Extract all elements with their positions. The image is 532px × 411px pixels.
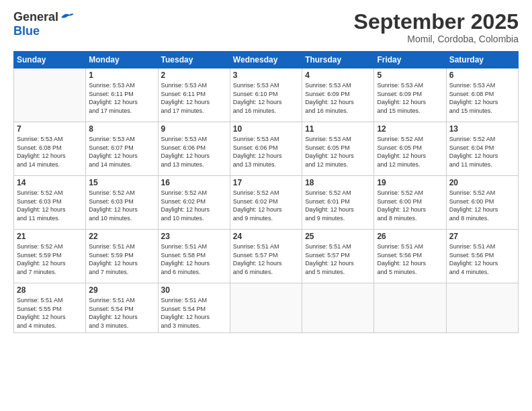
day-info: Sunrise: 5:53 AMSunset: 6:07 PMDaylight:… — [89, 135, 154, 169]
day-info: Sunrise: 5:52 AMSunset: 6:05 PMDaylight:… — [377, 135, 443, 169]
day-number: 20 — [449, 178, 515, 187]
day-number: 3 — [233, 71, 299, 80]
day-number: 6 — [449, 71, 515, 80]
calendar-cell: 15Sunrise: 5:52 AMSunset: 6:03 PMDayligh… — [86, 176, 158, 230]
day-of-week-header: Friday — [374, 52, 446, 68]
day-number: 19 — [377, 178, 443, 187]
logo-blue-text: Blue — [13, 24, 40, 38]
day-of-week-header: Monday — [86, 52, 158, 68]
day-of-week-header: Wednesday — [230, 52, 302, 68]
calendar-week-row: 28Sunrise: 5:51 AMSunset: 5:55 PMDayligh… — [14, 283, 519, 332]
day-number: 9 — [161, 124, 227, 134]
calendar-cell: 20Sunrise: 5:52 AMSunset: 6:00 PMDayligh… — [446, 176, 518, 230]
calendar-cell: 4Sunrise: 5:53 AMSunset: 6:09 PMDaylight… — [302, 68, 374, 122]
day-number: 24 — [233, 232, 299, 241]
day-number: 13 — [449, 124, 515, 134]
day-info: Sunrise: 5:51 AMSunset: 5:54 PMDaylight:… — [161, 296, 227, 330]
logo-bird-icon — [60, 11, 75, 24]
day-number: 27 — [449, 232, 515, 241]
day-number: 26 — [377, 232, 443, 241]
day-number: 7 — [17, 124, 83, 134]
day-info: Sunrise: 5:53 AMSunset: 6:05 PMDaylight:… — [305, 135, 371, 169]
day-number: 25 — [305, 232, 371, 241]
calendar-week-row: 7Sunrise: 5:53 AMSunset: 6:08 PMDaylight… — [14, 122, 519, 176]
day-number: 15 — [89, 178, 154, 187]
day-number: 8 — [89, 124, 154, 134]
calendar-cell: 30Sunrise: 5:51 AMSunset: 5:54 PMDayligh… — [158, 283, 230, 332]
day-number: 17 — [233, 178, 299, 187]
day-info: Sunrise: 5:51 AMSunset: 5:54 PMDaylight:… — [89, 296, 154, 330]
day-info: Sunrise: 5:53 AMSunset: 6:09 PMDaylight:… — [377, 81, 443, 115]
calendar-cell: 5Sunrise: 5:53 AMSunset: 6:09 PMDaylight… — [374, 68, 446, 122]
day-info: Sunrise: 5:53 AMSunset: 6:08 PMDaylight:… — [449, 81, 515, 115]
calendar-cell — [14, 68, 86, 122]
calendar-week-row: 1Sunrise: 5:53 AMSunset: 6:11 PMDaylight… — [14, 68, 519, 122]
calendar-cell — [302, 283, 374, 332]
day-info: Sunrise: 5:52 AMSunset: 6:02 PMDaylight:… — [161, 189, 227, 222]
logo-general-text: General — [13, 10, 58, 24]
day-info: Sunrise: 5:53 AMSunset: 6:08 PMDaylight:… — [17, 135, 83, 169]
day-number: 5 — [377, 71, 443, 80]
calendar-cell: 7Sunrise: 5:53 AMSunset: 6:08 PMDaylight… — [14, 122, 86, 176]
day-info: Sunrise: 5:51 AMSunset: 5:57 PMDaylight:… — [233, 242, 299, 276]
day-number: 23 — [161, 232, 227, 241]
calendar-cell — [374, 283, 446, 332]
page-header: General Blue September 2025 Momil, Cordo… — [13, 10, 519, 44]
day-info: Sunrise: 5:52 AMSunset: 6:03 PMDaylight:… — [17, 189, 83, 222]
day-number: 28 — [17, 285, 83, 295]
calendar-cell: 29Sunrise: 5:51 AMSunset: 5:54 PMDayligh… — [86, 283, 158, 332]
day-number: 14 — [17, 178, 83, 187]
calendar-cell: 26Sunrise: 5:51 AMSunset: 5:56 PMDayligh… — [374, 230, 446, 283]
logo: General Blue — [13, 10, 75, 38]
calendar-cell: 11Sunrise: 5:53 AMSunset: 6:05 PMDayligh… — [302, 122, 374, 176]
calendar-cell: 28Sunrise: 5:51 AMSunset: 5:55 PMDayligh… — [14, 283, 86, 332]
day-number: 22 — [89, 232, 154, 241]
day-info: Sunrise: 5:52 AMSunset: 6:00 PMDaylight:… — [377, 189, 443, 222]
calendar-cell: 2Sunrise: 5:53 AMSunset: 6:11 PMDaylight… — [158, 68, 230, 122]
day-of-week-header: Tuesday — [158, 52, 230, 68]
calendar-cell: 21Sunrise: 5:52 AMSunset: 5:59 PMDayligh… — [14, 230, 86, 283]
day-number: 11 — [305, 124, 371, 134]
day-info: Sunrise: 5:52 AMSunset: 6:01 PMDaylight:… — [305, 189, 371, 222]
day-info: Sunrise: 5:52 AMSunset: 6:04 PMDaylight:… — [449, 135, 515, 169]
day-info: Sunrise: 5:53 AMSunset: 6:06 PMDaylight:… — [233, 135, 299, 169]
day-info: Sunrise: 5:53 AMSunset: 6:11 PMDaylight:… — [161, 81, 227, 115]
calendar-week-row: 14Sunrise: 5:52 AMSunset: 6:03 PMDayligh… — [14, 176, 519, 230]
day-info: Sunrise: 5:53 AMSunset: 6:10 PMDaylight:… — [233, 81, 299, 115]
calendar-cell: 19Sunrise: 5:52 AMSunset: 6:00 PMDayligh… — [374, 176, 446, 230]
day-info: Sunrise: 5:52 AMSunset: 6:00 PMDaylight:… — [449, 189, 515, 222]
calendar-cell: 13Sunrise: 5:52 AMSunset: 6:04 PMDayligh… — [446, 122, 518, 176]
calendar-cell: 8Sunrise: 5:53 AMSunset: 6:07 PMDaylight… — [86, 122, 158, 176]
calendar-cell: 24Sunrise: 5:51 AMSunset: 5:57 PMDayligh… — [230, 230, 302, 283]
day-number: 12 — [377, 124, 443, 134]
day-number: 4 — [305, 71, 371, 80]
day-number: 16 — [161, 178, 227, 187]
calendar-cell: 6Sunrise: 5:53 AMSunset: 6:08 PMDaylight… — [446, 68, 518, 122]
day-of-week-header: Sunday — [14, 52, 86, 68]
day-info: Sunrise: 5:52 AMSunset: 6:03 PMDaylight:… — [89, 189, 154, 222]
calendar-cell: 10Sunrise: 5:53 AMSunset: 6:06 PMDayligh… — [230, 122, 302, 176]
calendar-table: SundayMondayTuesdayWednesdayThursdayFrid… — [13, 51, 519, 332]
month-title: September 2025 — [354, 10, 519, 34]
day-number: 10 — [233, 124, 299, 134]
day-info: Sunrise: 5:51 AMSunset: 5:56 PMDaylight:… — [449, 242, 515, 276]
day-info: Sunrise: 5:51 AMSunset: 5:59 PMDaylight:… — [89, 242, 154, 276]
day-info: Sunrise: 5:53 AMSunset: 6:09 PMDaylight:… — [305, 81, 371, 115]
calendar-cell: 1Sunrise: 5:53 AMSunset: 6:11 PMDaylight… — [86, 68, 158, 122]
calendar-cell: 18Sunrise: 5:52 AMSunset: 6:01 PMDayligh… — [302, 176, 374, 230]
title-block: September 2025 Momil, Cordoba, Colombia — [354, 10, 519, 44]
calendar-cell: 17Sunrise: 5:52 AMSunset: 6:02 PMDayligh… — [230, 176, 302, 230]
day-number: 21 — [17, 232, 83, 241]
day-info: Sunrise: 5:51 AMSunset: 5:58 PMDaylight:… — [161, 242, 227, 276]
day-info: Sunrise: 5:53 AMSunset: 6:06 PMDaylight:… — [161, 135, 227, 169]
calendar-cell: 3Sunrise: 5:53 AMSunset: 6:10 PMDaylight… — [230, 68, 302, 122]
calendar-cell — [446, 283, 518, 332]
day-number: 18 — [305, 178, 371, 187]
calendar-cell: 9Sunrise: 5:53 AMSunset: 6:06 PMDaylight… — [158, 122, 230, 176]
day-info: Sunrise: 5:52 AMSunset: 5:59 PMDaylight:… — [17, 242, 83, 276]
location-text: Momil, Cordoba, Colombia — [354, 34, 519, 44]
day-of-week-header: Saturday — [446, 52, 518, 68]
calendar-cell: 23Sunrise: 5:51 AMSunset: 5:58 PMDayligh… — [158, 230, 230, 283]
calendar-cell: 16Sunrise: 5:52 AMSunset: 6:02 PMDayligh… — [158, 176, 230, 230]
calendar-cell — [230, 283, 302, 332]
